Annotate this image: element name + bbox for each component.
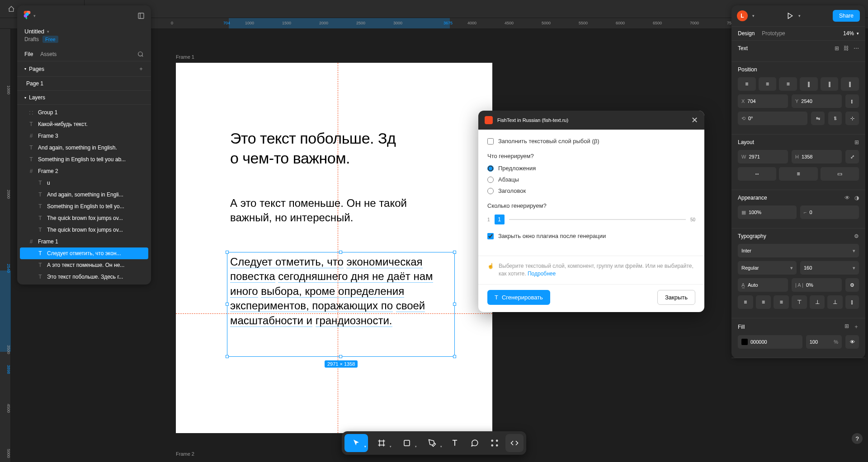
align-center-v-icon[interactable]: ‖: [821, 77, 839, 91]
layer-row[interactable]: TAnd again, something in Engli...: [17, 189, 151, 201]
layer-row[interactable]: TSomething in English to tell yo...: [17, 201, 151, 212]
play-icon[interactable]: [787, 12, 794, 19]
text-align-bottom-icon[interactable]: ⊥: [827, 295, 843, 309]
zoom-level[interactable]: 14%▾: [843, 30, 859, 37]
font-field[interactable]: Inter▾: [738, 244, 859, 257]
resize-fixed-icon[interactable]: ▭: [821, 167, 859, 181]
frame-label[interactable]: Frame 2: [176, 451, 194, 457]
dev-mode-tool[interactable]: [505, 434, 524, 452]
size-field[interactable]: 160▾: [800, 261, 859, 275]
shape-tool[interactable]: ▾: [395, 434, 419, 452]
section-layers[interactable]: ▾Layers: [17, 91, 151, 105]
radio-sentences[interactable]: Предложения: [487, 165, 695, 172]
move-tool[interactable]: ▾: [344, 434, 368, 452]
fill-opacity-field[interactable]: 100%: [806, 335, 842, 349]
selection-handle[interactable]: [226, 355, 229, 358]
free-badge[interactable]: Free: [42, 36, 58, 43]
align-right-icon[interactable]: ≡: [779, 77, 797, 91]
layer-row[interactable]: TThe quick brown fox jumps ov...: [17, 212, 151, 224]
x-field[interactable]: X704: [738, 94, 788, 108]
layer-row[interactable]: TСледует отметить, что экон...: [20, 247, 148, 259]
help-button[interactable]: ?: [852, 433, 863, 444]
layer-row[interactable]: TКакой-нибудь текст.: [17, 118, 151, 130]
layer-row[interactable]: #Frame 2: [17, 165, 151, 177]
radius-field[interactable]: ⌐0: [800, 205, 859, 219]
frame-tool[interactable]: ▾: [370, 434, 393, 452]
layer-row[interactable]: TЭто текст побольше. Здесь г...: [17, 271, 151, 283]
y-field[interactable]: Y2540: [792, 94, 842, 108]
layer-row[interactable]: ⸬Group 1: [17, 107, 151, 118]
selection-handle[interactable]: [453, 303, 456, 306]
position-more-icon[interactable]: ⫿: [845, 94, 859, 108]
selection-handle[interactable]: [453, 251, 456, 254]
grid-icon[interactable]: ⊞: [835, 45, 839, 51]
slider-value[interactable]: 1: [495, 215, 505, 224]
text-align-center-icon[interactable]: ≡: [756, 295, 771, 309]
layer-row[interactable]: #Frame 1: [17, 236, 151, 247]
close-button[interactable]: Закрыть: [657, 290, 695, 305]
generate-button[interactable]: TСгенерировать: [487, 290, 550, 305]
align-center-h-icon[interactable]: ≡: [759, 77, 777, 91]
rotation-field[interactable]: ⟲0°: [738, 112, 807, 125]
selection-handle[interactable]: [226, 251, 229, 254]
resize-horizontal-icon[interactable]: ↔: [738, 167, 776, 181]
radio-paragraphs[interactable]: Абзацы: [487, 176, 695, 183]
visibility-icon[interactable]: 👁: [844, 195, 850, 201]
fill-color-field[interactable]: 000000: [738, 335, 802, 349]
blend-icon[interactable]: ◑: [854, 195, 859, 201]
flip-h-icon[interactable]: ⇋: [811, 112, 825, 125]
selection-handle[interactable]: [453, 355, 456, 358]
radio-headings[interactable]: Заголовок: [487, 187, 695, 194]
text-subhead[interactable]: А это текст поменьше. Он не такойважный,…: [230, 196, 456, 225]
chevron-down-icon[interactable]: ▾: [752, 14, 755, 18]
selection-handle[interactable]: [339, 355, 342, 358]
autolayout-icon[interactable]: ⊞: [854, 139, 859, 145]
text-headline[interactable]: Это текст побольше. Здо чем-то важном.: [230, 128, 492, 168]
tab-prototype[interactable]: Prototype: [762, 30, 785, 37]
section-pages[interactable]: ▾Pages＋: [17, 61, 151, 77]
fill-styles-icon[interactable]: ⊞: [844, 323, 849, 331]
pen-tool[interactable]: ▾: [420, 434, 444, 452]
text-tool[interactable]: T: [446, 434, 464, 452]
actions-tool[interactable]: [486, 434, 504, 452]
hint-link[interactable]: Подробнее: [528, 271, 556, 277]
share-button[interactable]: Share: [833, 10, 860, 22]
selection-handle[interactable]: [339, 251, 342, 254]
align-left-icon[interactable]: ≡: [738, 77, 756, 91]
lock-aspect-icon[interactable]: ⤢: [845, 150, 859, 163]
constraints-icon[interactable]: ⊹: [845, 112, 859, 125]
text-align-left-icon[interactable]: ≡: [738, 295, 753, 309]
layer-row[interactable]: TThe quick brown fox jumps ov...: [17, 224, 151, 236]
text-settings-icon[interactable]: ⫿: [845, 295, 859, 309]
text-align-top-icon[interactable]: ⊤: [792, 295, 807, 309]
layer-row[interactable]: TА это текст поменьше. Он не...: [17, 259, 151, 271]
typography-more-icon[interactable]: ⚙: [845, 278, 859, 292]
slider-track[interactable]: [509, 219, 686, 220]
drafts-label[interactable]: Drafts: [24, 36, 39, 42]
align-top-icon[interactable]: ‖: [800, 77, 818, 91]
frame-1[interactable]: [176, 63, 492, 433]
layer-row[interactable]: Tu: [17, 177, 151, 189]
text-align-right-icon[interactable]: ≡: [774, 295, 789, 309]
flip-v-icon[interactable]: ⥮: [828, 112, 842, 125]
typography-settings-icon[interactable]: ⚙: [854, 233, 859, 239]
text-align-middle-icon[interactable]: ⊥: [810, 295, 825, 309]
tab-file[interactable]: File: [24, 51, 33, 57]
checkbox-close-after[interactable]: Закрыть окно плагина после генерации: [487, 233, 695, 239]
letter-spacing-field[interactable]: | A |0%: [792, 278, 842, 292]
add-page-icon[interactable]: ＋: [138, 65, 144, 73]
avatar[interactable]: L: [737, 10, 748, 21]
modal-header[interactable]: FishText in Russian (fish-text.ru) ✕: [478, 111, 704, 130]
more-icon[interactable]: ⋯: [854, 45, 859, 51]
opacity-field[interactable]: ▦100%: [738, 205, 797, 219]
layer-row[interactable]: #Frame 3: [17, 130, 151, 142]
line-height-field[interactable]: A̲Auto: [738, 278, 788, 292]
guide-vertical[interactable]: [338, 63, 338, 433]
link-icon[interactable]: ⛓: [844, 45, 849, 51]
height-field[interactable]: H1358: [792, 150, 842, 163]
ruler-vertical[interactable]: 1000200025403500389845005000: [0, 29, 11, 462]
figma-menu[interactable]: ▾: [24, 11, 36, 21]
checkbox-fill-layer[interactable]: Заполнить текстовый слой рыбой (β): [487, 138, 695, 145]
tab-assets[interactable]: Assets: [40, 51, 57, 57]
layer-row[interactable]: TSomething in English to tell you ab...: [17, 154, 151, 165]
